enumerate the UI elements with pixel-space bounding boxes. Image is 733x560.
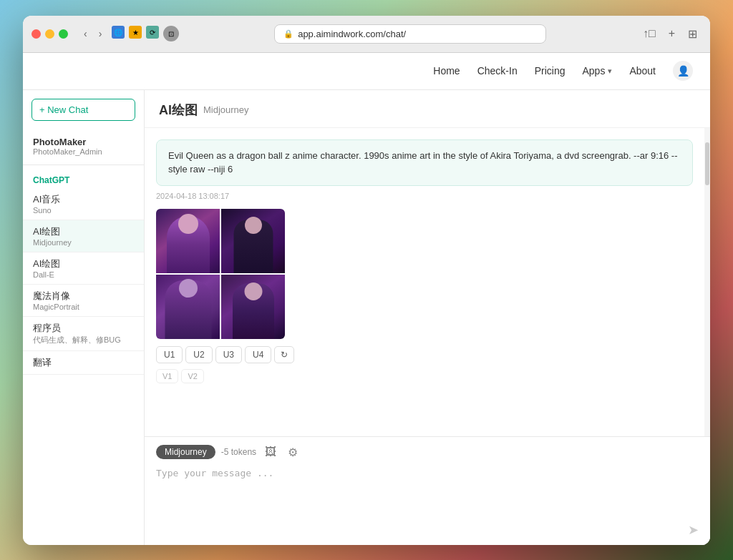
sidebar-item-title: 魔法肖像 [33, 290, 134, 303]
input-footer: ➤ [156, 519, 699, 538]
v2-button[interactable]: V2 [181, 369, 203, 383]
scroll-track[interactable] [704, 128, 710, 436]
settings-button[interactable]: ⚙ [285, 444, 301, 461]
input-toolbar: Midjourney -5 tokens 🖼 ⚙ [156, 444, 699, 461]
refresh-button[interactable]: ↻ [274, 346, 294, 363]
chat-input-area: Midjourney -5 tokens 🖼 ⚙ ➤ [145, 436, 710, 545]
u4-button[interactable]: U4 [245, 346, 271, 363]
sidebar-item-title: 程序员 [33, 322, 134, 335]
nav-pricing[interactable]: Pricing [535, 65, 565, 77]
tabs-button[interactable]: ⊞ [684, 24, 702, 44]
lock-icon: 🔒 [283, 29, 293, 39]
favicon-1: 🌐 [112, 26, 125, 39]
action-buttons-row-2: V1 V2 [156, 369, 693, 383]
token-info: -5 tokens [221, 447, 256, 457]
favicon-4: ⊡ [163, 26, 179, 41]
sidebar-user-section: PhotoMaker PhotoMaker_Admin [23, 132, 144, 165]
image-cell-1 [156, 209, 220, 273]
sidebar-item-ai-drawing-mj[interactable]: AI绘图 Midjourney [23, 220, 144, 252]
sidebar-item-translate[interactable]: 翻译 [23, 351, 144, 375]
action-buttons-row: U1 U2 U3 U4 ↻ [156, 346, 693, 363]
u2-button[interactable]: U2 [185, 346, 212, 363]
address-bar[interactable]: 🔒 app.aimindwork.com/chat/ [274, 24, 546, 44]
message-timestamp: 2024-04-18 13:08:17 [156, 192, 693, 200]
browser-controls: ‹ › [79, 25, 106, 42]
sidebar: + New Chat PhotoMaker PhotoMaker_Admin C… [23, 90, 145, 545]
image-cell-3 [156, 275, 220, 339]
u1-button[interactable]: U1 [156, 346, 183, 363]
browser-titlebar: ‹ › 🌐 ★ ⟳ ⊡ 🔒 app.aimindwork.com/chat/ ↑… [23, 16, 710, 53]
generated-image-grid [156, 209, 285, 339]
favicon-2: ★ [129, 26, 142, 39]
figure-1 [156, 209, 220, 273]
token-count: -5 tokens [221, 447, 256, 457]
image-upload-button[interactable]: 🖼 [262, 444, 279, 460]
sidebar-item-sub: MagicPortrait [33, 303, 134, 311]
message-input[interactable] [156, 466, 699, 516]
sidebar-user-name: PhotoMaker [33, 137, 134, 147]
nav-apps[interactable]: Apps [582, 65, 605, 77]
traffic-lights [31, 29, 68, 39]
sidebar-item-title: AI绘图 [33, 225, 134, 238]
favicon-3: ⟳ [146, 26, 159, 39]
sidebar-item-sub: Midjourney [33, 238, 134, 247]
tab-favicons: 🌐 ★ ⟳ ⊡ [112, 26, 179, 41]
sidebar-item-ai-drawing-dalle[interactable]: AI绘图 Dall-E [23, 252, 144, 285]
sidebar-item-sub: Suno [33, 206, 134, 215]
sidebar-section-label: ChatGPT [23, 171, 144, 188]
forward-button[interactable]: › [94, 25, 107, 42]
sidebar-user-sub: PhotoMaker_Admin [33, 147, 134, 156]
figure-3 [156, 275, 220, 339]
address-bar-container: 🔒 app.aimindwork.com/chat/ [188, 24, 633, 44]
share-button[interactable]: ↑□ [639, 24, 660, 43]
maximize-button[interactable] [59, 29, 68, 39]
sidebar-item-title: 翻译 [33, 356, 134, 369]
address-text: app.aimindwork.com/chat/ [298, 29, 406, 39]
nav-home[interactable]: Home [433, 65, 460, 77]
back-button[interactable]: ‹ [79, 25, 92, 42]
midjourney-badge[interactable]: Midjourney [156, 445, 215, 459]
message-prompt: Evil Queen as a dragon ball z anime char… [156, 139, 693, 186]
sidebar-item-programmer[interactable]: 程序员 代码生成、解释、修BUG [23, 317, 144, 351]
figure-2 [221, 209, 285, 273]
sidebar-item-title: AI音乐 [33, 193, 134, 206]
chat-messages-area: Evil Queen as a dragon ball z anime char… [145, 128, 704, 436]
sidebar-item-sub: Dall-E [33, 270, 134, 279]
new-chat-button[interactable]: + New Chat [31, 99, 135, 121]
top-nav: Home Check-In Pricing Apps ▾ About 👤 [23, 53, 710, 90]
v1-button[interactable]: V1 [156, 369, 178, 383]
browser-actions: ↑□ + ⊞ [639, 24, 702, 44]
minimize-button[interactable] [45, 29, 54, 39]
nav-apps-container: Apps ▾ [582, 65, 612, 77]
image-cell-4 [221, 275, 285, 339]
app-container: Home Check-In Pricing Apps ▾ About 👤 + N… [23, 53, 710, 545]
chat-area: AI绘图 Midjourney Evil Queen as a dragon b… [145, 90, 710, 545]
new-tab-button[interactable]: + [664, 24, 679, 43]
sidebar-item-title: AI绘图 [33, 257, 134, 270]
nav-checkin[interactable]: Check-In [477, 65, 518, 77]
scroll-thumb[interactable] [705, 142, 709, 185]
user-avatar-button[interactable]: 👤 [673, 61, 693, 81]
chat-title: AI绘图 [159, 102, 198, 119]
sidebar-item-sub: 代码生成、解释、修BUG [33, 335, 134, 345]
chat-subtitle: Midjourney [203, 104, 249, 115]
main-area: + New Chat PhotoMaker PhotoMaker_Admin C… [23, 90, 710, 545]
chat-header: AI绘图 Midjourney [145, 90, 710, 128]
sidebar-item-ai-music[interactable]: AI音乐 Suno [23, 188, 144, 220]
figure-4 [221, 275, 285, 339]
nav-about[interactable]: About [629, 65, 656, 77]
send-button[interactable]: ➤ [688, 522, 699, 538]
apps-chevron-icon: ▾ [608, 67, 612, 76]
image-cell-2 [221, 209, 285, 273]
u3-button[interactable]: U3 [215, 346, 242, 363]
close-button[interactable] [31, 29, 41, 39]
sidebar-item-magic-portrait[interactable]: 魔法肖像 MagicPortrait [23, 285, 144, 317]
